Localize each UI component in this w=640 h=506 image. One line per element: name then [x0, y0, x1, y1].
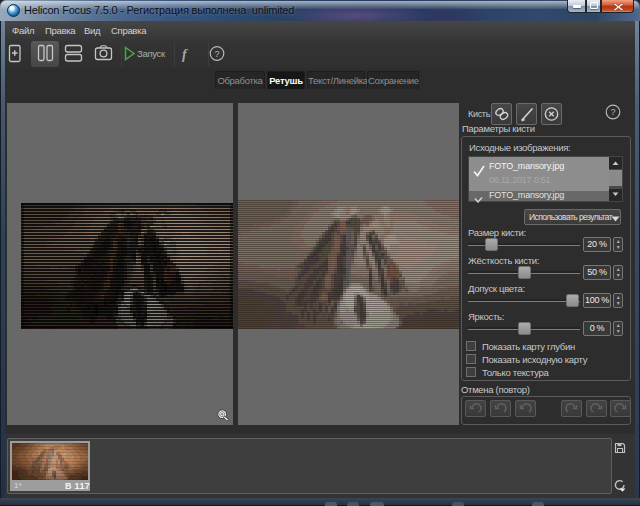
svg-text:?: ?: [611, 107, 616, 117]
svg-text:?: ?: [215, 49, 220, 59]
svg-text:Запуск: Запуск: [137, 48, 166, 59]
svg-text:f: f: [182, 47, 188, 62]
